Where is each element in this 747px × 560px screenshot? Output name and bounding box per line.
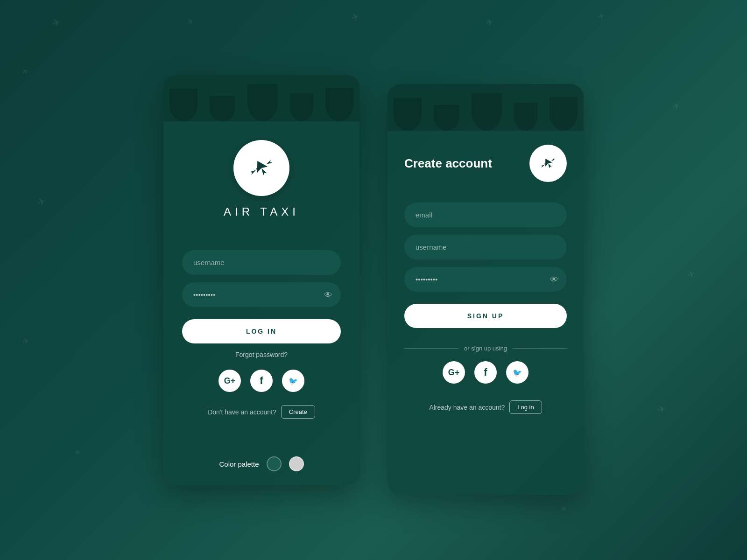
email-input[interactable]	[404, 203, 567, 227]
google-signup-icon: G+	[448, 368, 460, 378]
forgot-password-link[interactable]: Forgot password?	[182, 351, 341, 358]
signup-button[interactable]: SIGN UP	[404, 304, 567, 328]
have-account-text: Already have an account?	[429, 404, 505, 411]
or-divider: or sign up using	[404, 345, 567, 352]
signup-header: Create account	[388, 131, 584, 182]
signup-airplane-logo-icon	[537, 153, 559, 174]
facebook-login-button[interactable]: f	[250, 370, 273, 392]
google-icon: G+	[224, 376, 236, 386]
signup-username-input[interactable]	[404, 235, 567, 259]
signup-logo-circle	[529, 145, 567, 182]
signup-card: Create account 👁 SIGN UP or si	[388, 84, 584, 495]
twitter-icon: 🐦	[289, 377, 298, 385]
twitter-login-button[interactable]: 🐦	[282, 370, 304, 392]
signup-social-row: G+ f 🐦	[404, 361, 567, 384]
signup-form-section: 👁 SIGN UP or sign up using G+ f 🐦 Alread…	[388, 182, 584, 425]
create-account-button[interactable]: Create	[281, 405, 315, 419]
no-account-text: Don't have an account?	[208, 408, 276, 416]
create-account-title: Create account	[404, 156, 522, 171]
password-wrapper: 👁	[182, 282, 341, 307]
login-app-title: AIR TAXI	[224, 205, 299, 218]
login-account-row: Already have an account? Log in	[404, 400, 567, 414]
drip-decoration	[163, 75, 359, 121]
facebook-signup-button[interactable]: f	[474, 361, 497, 384]
signup-password-toggle-icon[interactable]: 👁	[550, 274, 558, 284]
signup-password-wrapper: 👁	[404, 267, 567, 292]
create-account-row: Don't have an account? Create	[182, 405, 341, 419]
login-card: AIR TAXI 👁 LOG IN Forgot password? G+ f …	[163, 75, 359, 485]
login-form-section: 👁 LOG IN Forgot password? G+ f 🐦 Don't h…	[163, 222, 359, 433]
palette-label: Color palette	[219, 460, 259, 468]
google-login-button[interactable]: G+	[218, 370, 241, 392]
twitter-signup-icon: 🐦	[513, 368, 522, 377]
or-text: or sign up using	[464, 345, 507, 352]
username-input[interactable]	[182, 250, 341, 275]
airplane-logo-icon	[245, 152, 278, 184]
facebook-signup-icon: f	[484, 366, 487, 378]
login-header: AIR TAXI	[163, 121, 359, 222]
social-login-row: G+ f 🐦	[182, 370, 341, 392]
light-palette-dot[interactable]	[289, 456, 304, 471]
google-signup-button[interactable]: G+	[443, 361, 465, 384]
background-decoration: ✈ ✈ ✈ ✈ ✈ ✈ ✈ ✈ ✈ ✈ ✈ ✈ ✈ ✈ ✈ ✈ ✈	[0, 0, 747, 560]
dark-palette-dot[interactable]	[267, 456, 282, 471]
login-redirect-button[interactable]: Log in	[509, 400, 542, 414]
logo-circle	[233, 140, 289, 196]
signup-password-input[interactable]	[404, 267, 567, 292]
color-palette-bar: Color palette	[163, 456, 359, 471]
facebook-icon: f	[260, 375, 263, 387]
twitter-signup-button[interactable]: 🐦	[506, 361, 529, 384]
password-input[interactable]	[182, 282, 341, 307]
password-toggle-icon[interactable]: 👁	[324, 290, 332, 300]
signup-drip-decoration	[388, 84, 584, 131]
login-button[interactable]: LOG IN	[182, 319, 341, 343]
